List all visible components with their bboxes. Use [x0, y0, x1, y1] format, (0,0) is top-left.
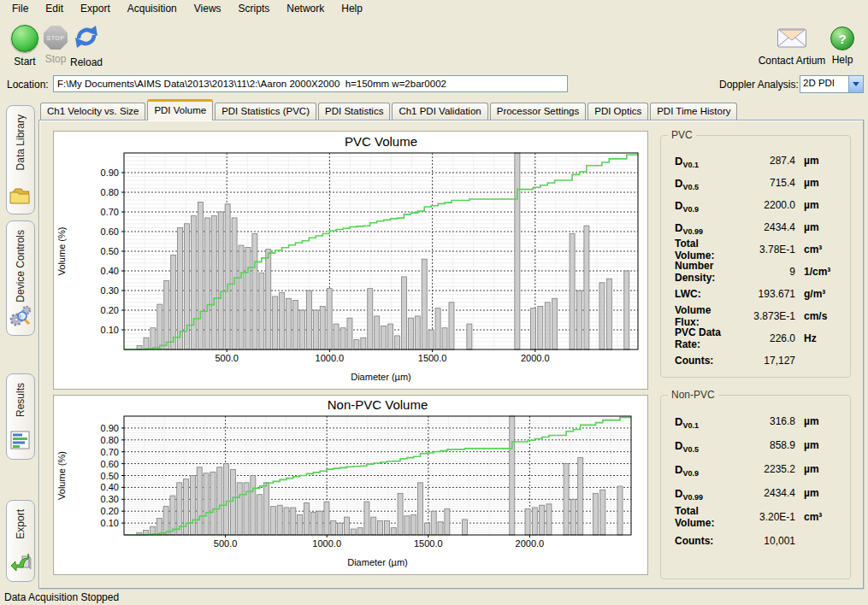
pvc-groupbox-title: PVC	[668, 129, 696, 141]
sidebar-item-data-library[interactable]: Data Library	[6, 105, 35, 214]
svg-text:0.20: 0.20	[101, 305, 119, 315]
svg-text:2000.0: 2000.0	[516, 538, 545, 549]
non-pvc-volume-chart-panel: 0.100.200.300.400.500.600.700.800.90500.…	[53, 395, 648, 575]
pvc-volume-chart-panel: 0.100.200.300.400.500.600.700.800.90500.…	[53, 131, 648, 390]
non-pvc-groupbox-title: Non-PVC	[668, 389, 718, 401]
stat-row-volume-flux: Volume Flux: 3.873E-1cm/s	[675, 305, 840, 327]
non-pvc-volume-chart: 0.100.200.300.400.500.600.700.800.90500.…	[54, 396, 647, 574]
svg-text:0.20: 0.20	[101, 506, 119, 516]
menu-scripts[interactable]: Scripts	[230, 1, 279, 16]
folder-icon	[9, 185, 32, 208]
svg-text:Non-PVC Volume: Non-PVC Volume	[328, 397, 428, 412]
menu-acquisition[interactable]: Acquisition	[119, 1, 186, 16]
svg-text:0.70: 0.70	[101, 447, 119, 457]
doppler-analysis-select[interactable]: 2D PDI	[800, 75, 864, 93]
svg-text:PVC Volume: PVC Volume	[345, 134, 417, 149]
menu-bar: File Edit Export Acquisition Views Scrip…	[0, 0, 868, 16]
chevron-down-icon[interactable]	[848, 76, 863, 92]
svg-text:0.80: 0.80	[101, 435, 119, 445]
stat-row-counts: Counts: 10,001	[675, 529, 840, 553]
contact-artium-button[interactable]: Contact Artium	[761, 26, 823, 67]
tab-pdi-statistics[interactable]: PDI Statistics	[318, 103, 390, 120]
tab-strip: Ch1 Velocity vs. Size PDI Volume PDI Sta…	[40, 101, 739, 120]
tab-ch1-velocity-vs-size[interactable]: Ch1 Velocity vs. Size	[40, 103, 145, 120]
svg-text:500.0: 500.0	[215, 353, 239, 363]
export-arrow-icon	[9, 552, 32, 575]
tab-pdi-volume[interactable]: PDI Volume	[147, 99, 213, 120]
stat-row-dv01: DV0.1 316.8µm	[675, 409, 840, 433]
menu-edit[interactable]: Edit	[37, 1, 72, 16]
svg-text:Diameter (µm): Diameter (µm)	[347, 557, 408, 567]
svg-text:Diameter (µm): Diameter (µm)	[351, 372, 411, 382]
location-label: Location:	[7, 79, 49, 91]
svg-text:1000.0: 1000.0	[316, 353, 345, 363]
stat-row-number-density: Number Density: 91/cm³	[675, 261, 840, 283]
menu-export[interactable]: Export	[72, 1, 119, 16]
svg-text:2000.0: 2000.0	[521, 353, 550, 363]
svg-text:0.50: 0.50	[101, 471, 119, 481]
help-label: Help	[832, 54, 853, 66]
stat-row-dv01: DV0.1 287.4µm	[675, 150, 840, 172]
svg-text:0.60: 0.60	[101, 226, 119, 237]
svg-text:0.30: 0.30	[101, 285, 119, 296]
pvc-volume-chart: 0.100.200.300.400.500.600.700.800.90500.…	[54, 132, 647, 389]
tab-pdi-time-history[interactable]: PDI Time History	[650, 103, 737, 120]
reload-button[interactable]: Reload	[63, 23, 109, 68]
stat-row-dv05: DV0.5 858.9µm	[675, 433, 840, 457]
stat-row-dv09: DV0.9 2200.0µm	[675, 194, 840, 216]
svg-text:0.40: 0.40	[101, 266, 119, 276]
menu-file[interactable]: File	[3, 1, 37, 16]
svg-text:1000.0: 1000.0	[312, 538, 341, 549]
svg-text:0.90: 0.90	[101, 167, 119, 178]
tab-processor-settings[interactable]: Processor Settings	[490, 103, 587, 120]
doppler-analysis-value: 2D PDI	[800, 76, 848, 92]
menu-help[interactable]: Help	[333, 1, 371, 16]
help-button[interactable]: ? Help	[820, 26, 865, 66]
svg-text:0.70: 0.70	[101, 207, 119, 217]
stat-row-total-volume: Total Volume: 3.20E-1cm³	[675, 505, 840, 529]
sidebar-item-device-controls[interactable]: Device Controls	[6, 220, 35, 336]
svg-text:Volume (%): Volume (%)	[56, 451, 67, 500]
sidebar-results-label: Results	[15, 383, 27, 417]
svg-text:500.0: 500.0	[214, 538, 238, 549]
sidebar-device-controls-label: Device Controls	[15, 230, 27, 302]
svg-text:1500.0: 1500.0	[418, 353, 447, 363]
stat-row-dv09: DV0.9 2235.2µm	[675, 457, 840, 481]
svg-text:1500.0: 1500.0	[414, 538, 443, 549]
bar-chart-icon	[10, 430, 31, 453]
svg-text:0.40: 0.40	[101, 482, 119, 492]
stat-row-dv099: DV0.99 2434.4µm	[675, 481, 840, 505]
stat-row-pvc-data-rate: PVC Data Rate: 226.0Hz	[675, 327, 840, 349]
sidebar-export-label: Export	[15, 509, 27, 539]
stat-row-counts: Counts: 17,127	[675, 349, 840, 372]
svg-text:0.50: 0.50	[101, 246, 119, 256]
sidebar-item-results[interactable]: Results	[6, 373, 35, 460]
pvc-stats-groupbox: PVC DV0.1 287.4µm DV0.5 715.4µm DV0.9 22…	[660, 135, 851, 378]
svg-text:Volume (%): Volume (%)	[56, 227, 67, 276]
stat-row-dv05: DV0.5 715.4µm	[675, 172, 840, 194]
help-icon: ?	[830, 26, 854, 50]
tab-ch1-pdi-validation[interactable]: Ch1 PDI Validation	[392, 103, 487, 120]
stat-row-total-volume: Total Volume: 3.78E-1cm³	[675, 238, 840, 261]
tab-pdi-optics[interactable]: PDI Optics	[588, 103, 648, 120]
stat-row-dv099: DV0.99 2434.4µm	[675, 216, 840, 238]
svg-text:0.80: 0.80	[101, 187, 119, 197]
gear-search-icon	[9, 304, 32, 329]
menu-views[interactable]: Views	[186, 1, 230, 16]
menu-network[interactable]: Network	[278, 1, 333, 16]
contact-artium-label: Contact Artium	[759, 55, 826, 67]
reload-label: Reload	[70, 56, 103, 68]
svg-text:0.10: 0.10	[101, 325, 119, 335]
sidebar-data-library-label: Data Library	[15, 115, 27, 170]
svg-text:0.60: 0.60	[101, 459, 119, 469]
status-text: Data Acquisition Stopped	[4, 591, 119, 603]
stat-row-lwc: LWC: 193.671g/m³	[675, 283, 840, 305]
location-input[interactable]	[53, 75, 568, 92]
non-pvc-stats-groupbox: Non-PVC DV0.1 316.8µm DV0.5 858.9µm DV0.…	[660, 395, 851, 579]
reload-icon	[73, 23, 100, 53]
svg-text:0.90: 0.90	[101, 423, 119, 433]
status-bar: Data Acquisition Stopped	[0, 590, 868, 605]
tab-pdi-statistics-pvc[interactable]: PDI Statistics (PVC)	[215, 103, 316, 120]
sidebar-item-export[interactable]: Export	[6, 500, 35, 582]
svg-text:0.10: 0.10	[101, 518, 119, 528]
